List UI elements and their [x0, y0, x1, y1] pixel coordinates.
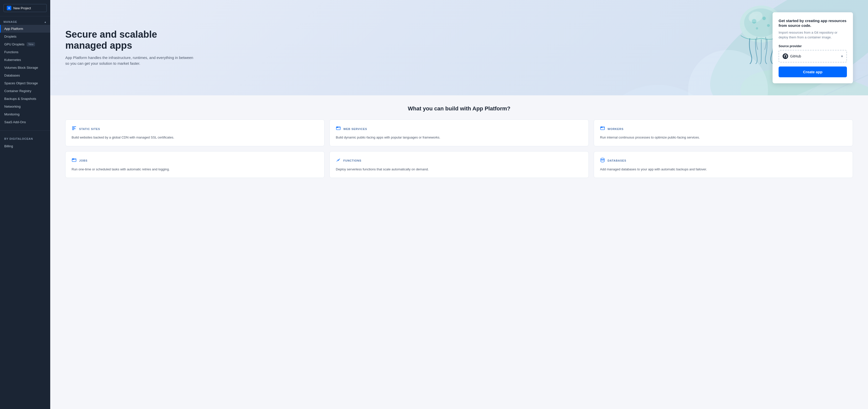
- sidebar-item-kubernetes[interactable]: Kubernetes: [0, 56, 50, 64]
- sidebar-item-spaces-label: Spaces Object Storage: [4, 81, 38, 85]
- feature-card-static-sites: STATIC SITES Build websites backed by a …: [65, 120, 324, 146]
- feature-card-header-static-sites: STATIC SITES: [71, 126, 318, 132]
- github-icon: [783, 54, 788, 59]
- feature-card-databases: DATABASES Add managed databases to your …: [594, 151, 853, 178]
- svg-point-11: [763, 16, 766, 20]
- sidebar-item-functions-label: Functions: [4, 50, 18, 54]
- feature-card-header-workers: WORKERS: [600, 126, 847, 132]
- feature-card-header-functions: FUNCTIONS: [336, 158, 583, 164]
- svg-marker-5: [747, 10, 758, 21]
- svg-rect-17: [72, 129, 75, 129]
- sidebar-header: + New Project: [0, 0, 50, 16]
- sidebar-item-saas-add-ons[interactable]: SaaS Add-Ons: [0, 118, 50, 126]
- hero-text: Secure and scalable managed apps App Pla…: [65, 29, 196, 66]
- manage-section: MANAGE ▲ App Platform Droplets GPU Dropl…: [0, 16, 50, 129]
- svg-point-26: [602, 127, 602, 128]
- jobs-type: JOBS: [79, 159, 87, 162]
- sidebar-item-droplets[interactable]: Droplets: [0, 33, 50, 40]
- feature-card-header-web-services: WEB SERVICES: [336, 126, 583, 132]
- section-title: What you can build with App Platform?: [65, 105, 853, 112]
- databases-icon: [600, 158, 605, 164]
- svg-point-29: [72, 159, 73, 159]
- new-project-button[interactable]: + New Project: [3, 4, 47, 12]
- svg-point-30: [73, 159, 74, 159]
- create-app-button[interactable]: Create app: [779, 67, 847, 77]
- functions-type: FUNCTIONS: [343, 159, 362, 162]
- sidebar-item-monitoring[interactable]: Monitoring: [0, 110, 50, 118]
- plus-icon: +: [7, 6, 11, 10]
- databases-type: DATABASES: [608, 159, 626, 162]
- workers-icon: [600, 126, 605, 132]
- hero-section: Secure and scalable managed apps App Pla…: [50, 0, 868, 95]
- sidebar-item-gpu-droplets-label: GPU Droplets: [4, 42, 24, 46]
- static-sites-type: STATIC SITES: [79, 128, 100, 131]
- dropdown-arrow-icon: ▾: [841, 54, 843, 58]
- sidebar-item-billing-label: Billing: [4, 144, 13, 148]
- sidebar-item-volumes-label: Volumes Block Storage: [4, 66, 38, 69]
- sidebar-item-functions[interactable]: Functions: [0, 48, 50, 56]
- sidebar-item-databases[interactable]: Databases: [0, 71, 50, 79]
- jobs-icon: [71, 158, 76, 164]
- svg-point-21: [337, 127, 337, 128]
- bottom-content-section: What you can build with App Platform? ST…: [50, 95, 868, 188]
- jobs-desc: Run one-time or scheduled tasks with aut…: [71, 167, 318, 172]
- feature-card-workers: WORKERS Run internal continuous processe…: [594, 120, 853, 146]
- main-content: Secure and scalable managed apps App Pla…: [50, 0, 868, 409]
- svg-point-14: [747, 10, 764, 24]
- by-digitalocean-label: By DigitalOcean: [0, 135, 50, 142]
- sidebar-item-networking-label: Networking: [4, 105, 21, 108]
- web-services-desc: Build dynamic public-facing apps with po…: [336, 135, 583, 140]
- sidebar-item-networking[interactable]: Networking: [0, 103, 50, 110]
- functions-icon: [336, 158, 341, 164]
- sidebar-item-backups-snapshots[interactable]: Backups & Snapshots: [0, 95, 50, 103]
- sidebar-item-databases-label: Databases: [4, 73, 20, 77]
- svg-point-7: [688, 50, 768, 95]
- svg-point-31: [338, 160, 339, 160]
- sidebar-item-volumes-block-storage[interactable]: Volumes Block Storage: [0, 64, 50, 71]
- svg-point-10: [752, 19, 756, 23]
- source-provider-label: Source provider: [779, 44, 847, 48]
- source-provider-value: GitHub: [790, 54, 801, 58]
- svg-rect-15: [72, 127, 76, 127]
- source-provider-card: Get started by creating app resources fr…: [773, 12, 853, 83]
- web-services-type: WEB SERVICES: [343, 128, 367, 131]
- svg-point-6: [593, 85, 723, 95]
- svg-point-22: [338, 127, 338, 128]
- source-select-left: GitHub: [783, 54, 801, 59]
- sidebar-item-container-registry-label: Container Registry: [4, 89, 31, 93]
- sidebar-item-monitoring-label: Monitoring: [4, 112, 20, 116]
- feature-card-web-services: WEB SERVICES Build dynamic public-facing…: [330, 120, 589, 146]
- workers-type: WORKERS: [608, 128, 624, 131]
- svg-point-25: [601, 127, 601, 128]
- sidebar: + New Project MANAGE ▲ App Platform Drop…: [0, 0, 50, 409]
- source-card-description: Import resources from a Git repository o…: [779, 30, 847, 40]
- sidebar-item-saas-label: SaaS Add-Ons: [4, 120, 26, 124]
- new-project-label: New Project: [13, 6, 31, 10]
- databases-desc: Add managed databases to your app with a…: [600, 167, 847, 172]
- svg-point-12: [767, 24, 770, 27]
- sidebar-item-app-platform-label: App Platform: [4, 27, 23, 31]
- sidebar-item-billing[interactable]: Billing: [0, 142, 50, 150]
- chevron-up-icon: ▲: [44, 21, 47, 23]
- static-sites-desc: Build websites backed by a global CDN wi…: [71, 135, 318, 140]
- manage-section-header[interactable]: MANAGE ▲: [0, 19, 50, 25]
- static-sites-icon: [71, 126, 76, 132]
- by-digitalocean-section: By DigitalOcean Billing: [0, 133, 50, 152]
- feature-card-jobs: JOBS Run one-time or scheduled tasks wit…: [65, 151, 324, 178]
- sidebar-item-gpu-droplets[interactable]: GPU Droplets New: [0, 40, 50, 48]
- sidebar-item-spaces-object-storage[interactable]: Spaces Object Storage: [0, 79, 50, 87]
- feature-card-header-jobs: JOBS: [71, 158, 318, 164]
- svg-point-13: [756, 27, 758, 29]
- hero-title: Secure and scalable managed apps: [65, 29, 196, 51]
- sidebar-item-backups-label: Backups & Snapshots: [4, 97, 36, 101]
- feature-cards-grid: STATIC SITES Build websites backed by a …: [65, 120, 853, 178]
- feature-card-functions: FUNCTIONS Deploy serverless functions th…: [330, 151, 589, 178]
- sidebar-item-container-registry[interactable]: Container Registry: [0, 87, 50, 95]
- hero-description: App Platform handles the infrastructure,…: [65, 55, 196, 66]
- sidebar-item-droplets-label: Droplets: [4, 35, 16, 38]
- svg-rect-18: [72, 130, 74, 130]
- sidebar-item-kubernetes-label: Kubernetes: [4, 58, 21, 62]
- source-provider-select[interactable]: GitHub ▾: [779, 50, 847, 63]
- source-card-title: Get started by creating app resources fr…: [779, 18, 847, 28]
- sidebar-item-app-platform[interactable]: App Platform: [0, 25, 50, 33]
